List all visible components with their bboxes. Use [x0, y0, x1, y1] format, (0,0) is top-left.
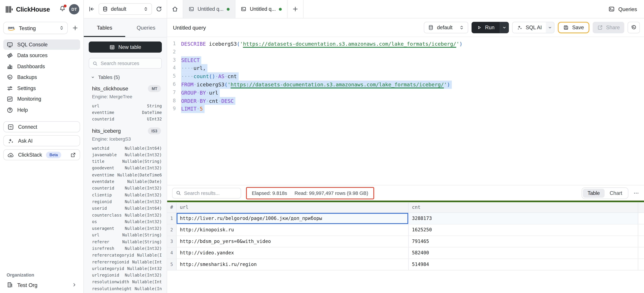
column-type: Nullable(Int32): [122, 199, 162, 204]
table-row[interactable]: 2http://kinopoisk.ru1625250: [167, 224, 644, 236]
table-row[interactable]: 1http://liver.ru/belgorod/page/1006.jки/…: [167, 213, 644, 224]
sidebar-button-clickstack[interactable]: ClickStackBeta: [3, 149, 80, 160]
chevron-down-icon: [548, 26, 552, 30]
column-row: useragentNullable(Int32): [92, 225, 162, 232]
search-results-field[interactable]: [184, 190, 238, 196]
sidebar-item-label: Data sources: [17, 53, 48, 58]
sidebar-item-sql-console[interactable]: SQL Console: [3, 40, 80, 50]
column-type: Nullable(Int32): [122, 219, 162, 224]
table-item[interactable]: hits_clickhouseMT: [89, 84, 162, 93]
column-name: eventtime: [92, 110, 114, 115]
column-name: url: [92, 104, 100, 108]
table-row[interactable]: 3http://bdsm_po_yers=0&with_video791465: [167, 236, 644, 247]
column-row: osNullable(Int32): [92, 218, 162, 225]
refresh-icon[interactable]: [156, 6, 162, 12]
notification-dot: [64, 4, 66, 7]
tab-queries[interactable]: Queries: [125, 19, 167, 37]
code-token: ·: [196, 90, 200, 96]
run-options-button[interactable]: [500, 22, 509, 34]
cell-cnt[interactable]: 514984: [408, 259, 638, 270]
view-table-option[interactable]: Table: [582, 188, 605, 198]
cell-url[interactable]: http://bdsm_po_yers=0&with_video: [176, 236, 408, 247]
code-line: 8ORDER·BY·cnt·DESC: [167, 97, 644, 105]
engine-badge: IS3: [148, 127, 161, 134]
editor-database-selector[interactable]: default: [424, 22, 468, 34]
sidebar-button-ask-ai[interactable]: Ask AI: [3, 135, 80, 146]
database-icon: [428, 25, 434, 31]
organization-switcher[interactable]: Test Org: [3, 281, 80, 288]
search-results-input[interactable]: [172, 188, 241, 198]
add-service-button[interactable]: [70, 23, 80, 33]
new-tab-button[interactable]: [287, 0, 304, 19]
query-history-button[interactable]: [628, 22, 640, 34]
header-row-number[interactable]: #: [167, 202, 176, 212]
column-row: regionidNullable(Int32): [92, 198, 162, 205]
collapse-panel-icon[interactable]: [88, 6, 95, 12]
sidebar-item-backups[interactable]: Backups: [3, 72, 80, 82]
queries-button[interactable]: Queries: [602, 0, 644, 19]
search-resources-input[interactable]: [89, 58, 162, 69]
header-cnt[interactable]: cnt: [408, 202, 638, 212]
column-name: urlcategoryid: [92, 266, 124, 271]
tab-tables[interactable]: Tables: [84, 19, 125, 37]
table-row[interactable]: 5http://smeshariki.ru/region514984: [167, 259, 644, 270]
new-table-button[interactable]: New table: [89, 42, 162, 53]
sidebar-item-dashboards[interactable]: Dashboards: [3, 61, 80, 72]
code-line: 4····url,: [167, 64, 644, 72]
sidebar-item-settings[interactable]: Settings: [3, 83, 80, 93]
sidebar-item-help[interactable]: Help: [3, 105, 80, 115]
column-type: Nullable(Int: [130, 259, 162, 264]
column-name: refererregionid: [92, 259, 129, 264]
editor-database-value: default: [437, 25, 456, 31]
tables-section-label: Tables (5): [98, 74, 120, 80]
code-area[interactable]: 1DESCRIBE icebergS3('https://datasets-do…: [167, 37, 644, 185]
tables-section-header[interactable]: Tables (5): [89, 74, 162, 80]
cell-url[interactable]: http://video.yandex: [176, 247, 408, 258]
database-selector[interactable]: default: [98, 3, 152, 15]
column-name: url: [92, 233, 100, 237]
service-selector[interactable]: aws Testing: [3, 22, 68, 34]
cell-cnt[interactable]: 582400: [408, 247, 638, 258]
avatar[interactable]: DT: [69, 4, 79, 14]
column-row: urlregionidNullable(Int32): [92, 272, 162, 278]
cell-cnt[interactable]: 3288173: [408, 213, 638, 224]
editor-tab-active[interactable]: Untitled q...: [235, 0, 287, 18]
cell-url[interactable]: http://kinopoisk.ru: [176, 224, 408, 235]
column-name: resolutionwidth: [92, 280, 129, 284]
code-token: ·: [218, 98, 221, 104]
code-token: ': [456, 41, 459, 47]
share-button[interactable]: Share: [592, 22, 624, 34]
cell-url[interactable]: http://smeshariki.ru/region: [176, 259, 408, 270]
row-number: 4: [167, 247, 176, 258]
column-name: userid: [92, 206, 107, 210]
sql-ai-button[interactable]: SQL AI: [512, 22, 554, 34]
code-token: url,: [194, 65, 206, 71]
view-chart-option[interactable]: Chart: [605, 188, 627, 198]
service-name: Testing: [19, 25, 56, 31]
code-token: ': [444, 81, 447, 88]
editor-tab[interactable]: Untitled q...: [183, 0, 235, 18]
sidebar-item-data-sources[interactable]: Data sources: [3, 50, 80, 61]
save-button[interactable]: Save: [558, 22, 589, 34]
search-resources-field[interactable]: [100, 61, 158, 66]
code-token: (): [209, 73, 215, 80]
cell-cnt[interactable]: 791465: [408, 236, 638, 247]
line-number: 5: [167, 72, 176, 81]
line-number: 7: [167, 89, 176, 97]
results-more-button[interactable]: [633, 190, 639, 196]
notifications-button[interactable]: [59, 5, 66, 14]
sql-ai-options-button[interactable]: [546, 22, 554, 33]
table-item[interactable]: hits_icebergIS3: [89, 127, 162, 135]
sidebar-button-connect[interactable]: Connect: [3, 121, 80, 132]
code-token: ·: [194, 81, 196, 88]
cell-url[interactable]: http://liver.ru/belgorod/page/1006.jки/д…: [176, 213, 408, 224]
table-row[interactable]: 4http://video.yandex582400: [167, 247, 644, 259]
cell-cnt[interactable]: 1625250: [408, 224, 638, 235]
column-list: watchidNullable(Int64)javaenableNullable…: [89, 143, 162, 292]
sidebar-item-monitoring[interactable]: Monitoring: [3, 94, 80, 104]
sidebar-nav: SQL ConsoleData sourcesDashboardsBackups…: [3, 40, 80, 115]
home-button[interactable]: [167, 0, 183, 19]
run-button[interactable]: Run: [472, 22, 509, 34]
clickhouse-console: ClickHouse DT default Untitled q...Untit…: [0, 0, 644, 293]
header-url[interactable]: url: [176, 202, 408, 212]
